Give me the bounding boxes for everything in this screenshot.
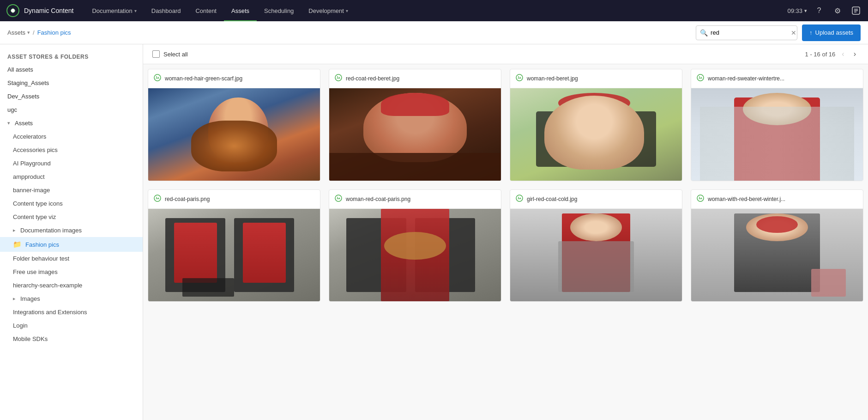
sidebar-item-banner-image[interactable]: banner-image	[0, 183, 143, 197]
svg-point-16	[335, 195, 342, 201]
image-type-icon	[697, 195, 704, 204]
svg-point-10	[516, 74, 523, 81]
search-input[interactable]	[711, 29, 788, 36]
asset-card-2[interactable]: woman-red-beret.jpg	[510, 69, 682, 181]
asset-thumbnail-6	[510, 209, 682, 301]
nav-dashboard[interactable]: Dashboard	[144, 0, 188, 21]
asset-card-6[interactable]: girl-red-coat-cold.jpg	[510, 189, 682, 302]
sidebar-item-staging[interactable]: Staging_Assets	[0, 76, 143, 90]
image-type-icon	[154, 74, 161, 83]
svg-point-17	[337, 197, 338, 198]
select-all-checkbox[interactable]: Select all	[152, 50, 188, 58]
breadcrumb-assets[interactable]: Assets ▾	[7, 29, 30, 36]
asset-thumbnail-2	[510, 88, 682, 181]
asset-card-header-7: woman-with-red-beret-winter.j...	[691, 190, 863, 209]
app-logo[interactable]	[6, 3, 20, 18]
sidebar-item-accelerators[interactable]: Accelerators	[0, 130, 143, 143]
image-type-icon	[516, 195, 523, 204]
nav-scheduling[interactable]: Scheduling	[257, 0, 301, 21]
asset-card-header-4: red-coat-paris.png	[148, 190, 320, 209]
svg-point-8	[335, 74, 342, 81]
folder-icon: 📁	[13, 240, 22, 249]
gear-icon[interactable]: ⚙	[831, 4, 844, 17]
subheader: Assets ▾ / Fashion pics 🔍 ✕ ↑ Upload ass…	[0, 21, 868, 44]
svg-point-9	[337, 76, 338, 77]
sidebar-item-all-assets[interactable]: All assets	[0, 63, 143, 76]
svg-point-7	[156, 76, 157, 77]
asset-card-1[interactable]: red-coat-red-beret.jpg	[329, 69, 501, 181]
image-type-icon	[335, 74, 342, 83]
search-clear-icon[interactable]: ✕	[791, 29, 796, 37]
sidebar-item-login[interactable]: Login	[0, 319, 143, 332]
asset-thumbnail-0	[148, 88, 320, 181]
upload-assets-button[interactable]: ↑ Upload assets	[802, 24, 861, 41]
image-type-icon	[697, 74, 704, 83]
image-type-icon	[516, 74, 523, 83]
chevron-right-icon: ▸	[13, 296, 16, 302]
assets-grid: woman-red-hair-green-scarf.jpg	[143, 64, 868, 306]
asset-card-header-2: woman-red-beret.jpg	[510, 69, 682, 88]
breadcrumb-current: Fashion pics	[37, 29, 71, 36]
pagination-prev-button[interactable]: ‹	[839, 49, 847, 59]
sidebar-item-ampproduct[interactable]: ampproduct	[0, 170, 143, 183]
sidebar-item-mobile-sdks[interactable]: Mobile SDKs	[0, 332, 143, 346]
search-box: 🔍 ✕	[696, 25, 797, 40]
asset-card-header-3: woman-red-sweater-wintertre...	[691, 69, 863, 88]
sidebar-item-content-type-viz[interactable]: Content type viz	[0, 210, 143, 224]
svg-point-18	[516, 195, 523, 201]
svg-point-11	[518, 76, 519, 77]
asset-card-7[interactable]: woman-with-red-beret-winter.j...	[691, 189, 863, 302]
asset-card-3[interactable]: woman-red-sweater-wintertre...	[691, 69, 863, 181]
nav-items: Documentation ▾ Dashboard Content Assets…	[84, 0, 787, 21]
sidebar-item-hierarchy-search[interactable]: hierarchy-search-example	[0, 279, 143, 292]
sidebar-item-free-use-images[interactable]: Free use images	[0, 265, 143, 279]
sidebar-item-assets[interactable]: ▾ Assets	[0, 116, 143, 130]
upload-icon: ↑	[809, 29, 813, 36]
asset-thumbnail-4	[148, 209, 320, 301]
sidebar-item-integrations[interactable]: Integrations and Extensions	[0, 305, 143, 319]
sidebar-item-dev[interactable]: Dev_Assets	[0, 90, 143, 103]
asset-card-5[interactable]: woman-red-coat-paris.png	[329, 189, 501, 302]
help-icon[interactable]: ?	[813, 4, 826, 17]
nav-development[interactable]: Development ▾	[301, 0, 356, 21]
sidebar-item-ai-playground[interactable]: AI Playground	[0, 157, 143, 170]
svg-point-19	[518, 197, 519, 198]
asset-thumbnail-3	[691, 88, 863, 181]
content-toolbar: Select all 1 - 16 of 16 ‹ ›	[143, 44, 868, 64]
top-navigation: Dynamic Content Documentation ▾ Dashboar…	[0, 0, 868, 21]
pagination-next-button[interactable]: ›	[851, 49, 859, 59]
pagination-info: 1 - 16 of 16 ‹ ›	[805, 49, 859, 59]
asset-card-header-5: woman-red-coat-paris.png	[329, 190, 501, 209]
asset-thumbnail-5	[329, 209, 501, 301]
svg-point-20	[697, 195, 704, 201]
sidebar-item-fashion-pics[interactable]: 📁 Fashion pics	[0, 237, 143, 252]
sidebar-item-images[interactable]: ▸ Images	[0, 292, 143, 305]
svg-point-6	[154, 74, 161, 81]
breadcrumb-separator: /	[33, 29, 35, 36]
sidebar-item-documentation-images[interactable]: ▸ Documentation images	[0, 224, 143, 237]
chevron-down-icon: ▾	[804, 8, 807, 14]
chevron-down-icon: ▾	[27, 30, 30, 36]
current-time: 09:33 ▾	[787, 7, 807, 14]
nav-documentation[interactable]: Documentation ▾	[84, 0, 144, 21]
nav-content[interactable]: Content	[188, 0, 224, 21]
svg-point-21	[699, 197, 700, 198]
sidebar-item-folder-behaviour[interactable]: Folder behaviour test	[0, 252, 143, 265]
sidebar-item-content-type-icons[interactable]: Content type icons	[0, 197, 143, 210]
subheader-right: 🔍 ✕ ↑ Upload assets	[696, 24, 861, 41]
svg-point-12	[697, 74, 704, 81]
topnav-right-actions: 09:33 ▾ ? ⚙	[787, 4, 862, 17]
sidebar-item-accessories-pics[interactable]: Accessories pics	[0, 143, 143, 157]
image-type-icon	[335, 195, 342, 204]
asset-card-header-1: red-coat-red-beret.jpg	[329, 69, 501, 88]
chevron-down-icon: ▾	[134, 8, 137, 13]
sidebar-item-ugc[interactable]: ugc	[0, 103, 143, 116]
sidebar: Asset stores & folders All assets Stagin…	[0, 44, 143, 420]
user-icon[interactable]	[850, 4, 862, 17]
sidebar-section-title: Asset stores & folders	[0, 50, 143, 63]
nav-assets[interactable]: Assets	[224, 0, 257, 21]
svg-point-13	[699, 76, 700, 77]
asset-card-0[interactable]: woman-red-hair-green-scarf.jpg	[148, 69, 320, 181]
asset-card-4[interactable]: red-coat-paris.png	[148, 189, 320, 302]
svg-point-15	[156, 197, 157, 198]
